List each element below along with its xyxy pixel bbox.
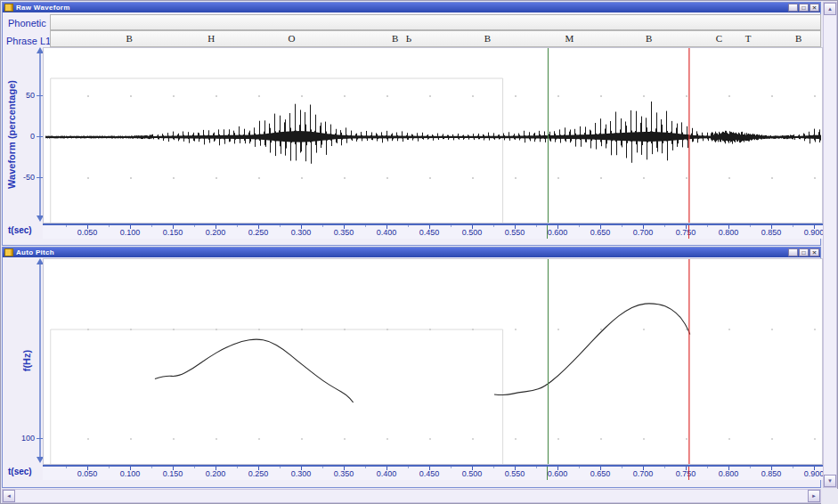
restore-button[interactable]: □ <box>799 248 809 256</box>
x-tick-label: 0.250 <box>248 469 269 478</box>
speech-analysis-app: Raw Waveform _ □ ✕ Phonetic Phrase L1 ВН… <box>0 0 838 504</box>
phrase-segment: В <box>795 33 801 44</box>
phrase-row-label: Phrase L1 <box>6 36 51 46</box>
x-minor-tick-mark <box>451 467 452 468</box>
raw-waveform-window: Raw Waveform _ □ ✕ Phonetic Phrase L1 ВН… <box>2 2 821 246</box>
y-tick-label: 100 <box>12 434 35 443</box>
phrase-segment: М <box>565 33 574 44</box>
window-title: Auto Pitch <box>16 249 54 256</box>
scroll-down-button[interactable]: ▼ <box>824 475 836 487</box>
x-tick-label: 0.750 <box>676 228 696 237</box>
scroll-right-button[interactable]: ► <box>808 490 820 502</box>
x-minor-tick-mark <box>322 225 323 227</box>
auto-pitch-window: Auto Pitch _ □ ✕ f(Hz) 100 0.0500.1000.1… <box>2 247 821 488</box>
x-minor-tick-mark <box>579 225 580 227</box>
scroll-left-button[interactable]: ◄ <box>3 490 15 502</box>
phrase-segment: В <box>484 33 491 44</box>
red-cursor-mark <box>688 225 689 239</box>
phrase-segment: В <box>646 33 652 44</box>
x-minor-tick-mark <box>493 225 494 227</box>
y-tick-label: 50 <box>12 91 35 100</box>
x-minor-tick-mark <box>408 225 409 227</box>
vertical-scrollbar[interactable]: ▲ ▼ <box>823 2 837 488</box>
x-minor-tick-mark <box>66 225 67 227</box>
x-minor-tick-mark <box>66 467 67 468</box>
x-tick-label: 0.100 <box>120 228 141 237</box>
x-minor-tick-mark <box>664 467 665 468</box>
x-minor-tick-mark <box>536 225 537 227</box>
x-minor-tick-mark <box>365 225 366 227</box>
auto-pitch-plot[interactable] <box>43 258 823 465</box>
raw-waveform-titlebar[interactable]: Raw Waveform <box>3 3 820 12</box>
minimize-button[interactable]: _ <box>788 4 798 12</box>
x-tick-label: 0.150 <box>163 469 183 478</box>
x-tick-label: 0.050 <box>77 228 98 237</box>
x-tick-label: 0.250 <box>248 228 269 237</box>
restore-button[interactable]: □ <box>799 4 809 12</box>
pitch-contour-2 <box>494 304 690 395</box>
scrollbar-corner <box>821 489 838 504</box>
raw-waveform-plot[interactable] <box>43 47 823 224</box>
time-axis-label: t(sec) <box>8 225 32 235</box>
y-tick-mark <box>37 438 43 439</box>
x-minor-tick-mark <box>750 467 751 468</box>
y-tick-mark <box>37 95 43 96</box>
y-tick-label: -50 <box>12 173 35 182</box>
x-minor-tick-mark <box>151 467 152 468</box>
phonetic-strip[interactable] <box>50 14 821 30</box>
window-controls: _ □ ✕ <box>787 4 819 12</box>
minimize-button[interactable]: _ <box>788 248 798 256</box>
x-tick-label: 0.800 <box>719 228 739 237</box>
x-minor-tick-mark <box>194 467 195 468</box>
pitch-time-axis: 0.0500.1000.1500.2000.2500.3000.3500.400… <box>43 465 823 480</box>
horizontal-scrollbar[interactable]: ◄ ► <box>2 489 821 503</box>
x-tick-label: 0.350 <box>334 469 354 478</box>
x-tick-label: 0.650 <box>590 228 611 237</box>
scroll-up-button[interactable]: ▲ <box>824 3 836 15</box>
y-tick-label: 0 <box>12 132 35 141</box>
x-tick-label: 0.500 <box>462 469 483 478</box>
x-tick-label: 0.400 <box>377 228 397 237</box>
x-minor-tick-mark <box>579 467 580 468</box>
x-tick-label: 0.500 <box>462 228 483 237</box>
x-minor-tick-mark <box>622 225 622 227</box>
x-tick-label: 0.400 <box>377 469 397 478</box>
x-minor-tick-mark <box>365 467 366 468</box>
close-button[interactable]: ✕ <box>810 4 819 12</box>
x-minor-tick-mark <box>707 225 708 227</box>
x-minor-tick-mark <box>280 225 281 227</box>
x-minor-tick-mark <box>664 225 665 227</box>
x-minor-tick-mark <box>408 467 409 468</box>
x-minor-tick-mark <box>151 225 152 227</box>
phrase-strip[interactable]: ВНОВЬВМВСТВ <box>50 30 821 47</box>
close-button[interactable]: ✕ <box>810 248 819 256</box>
x-tick-label: 0.850 <box>761 228 782 237</box>
x-tick-label: 0.700 <box>633 469 654 478</box>
phrase-segment: В <box>392 33 398 44</box>
x-tick-label: 0.650 <box>590 469 611 478</box>
auto-pitch-titlebar[interactable]: Auto Pitch <box>3 248 820 257</box>
waveform-time-axis: 0.0500.1000.1500.2000.2500.3000.3500.400… <box>43 224 823 239</box>
waveform-trace <box>46 102 821 164</box>
x-minor-tick-mark <box>109 225 110 227</box>
y-tick-mark <box>37 136 43 137</box>
x-tick-label: 0.600 <box>548 228 568 237</box>
phrase-segment: Ь <box>406 33 411 44</box>
window-title: Raw Waveform <box>16 4 70 12</box>
x-minor-tick-mark <box>793 467 793 468</box>
phrase-segment: Н <box>207 33 215 44</box>
x-tick-label: 0.900 <box>804 228 825 237</box>
window-controls: _ □ ✕ <box>787 248 819 256</box>
phrase-segment: О <box>288 33 295 44</box>
phonetic-row-label: Phonetic <box>8 18 46 28</box>
x-minor-tick-mark <box>707 467 708 468</box>
x-minor-tick-mark <box>750 225 751 227</box>
x-minor-tick-mark <box>493 467 494 468</box>
y-tick-mark <box>37 177 43 178</box>
x-tick-label: 0.850 <box>761 469 782 478</box>
x-tick-label: 0.750 <box>676 469 696 478</box>
x-tick-label: 0.300 <box>291 469 312 478</box>
x-tick-label: 0.450 <box>419 228 440 237</box>
x-minor-tick-mark <box>280 467 281 468</box>
x-minor-tick-mark <box>237 225 238 227</box>
